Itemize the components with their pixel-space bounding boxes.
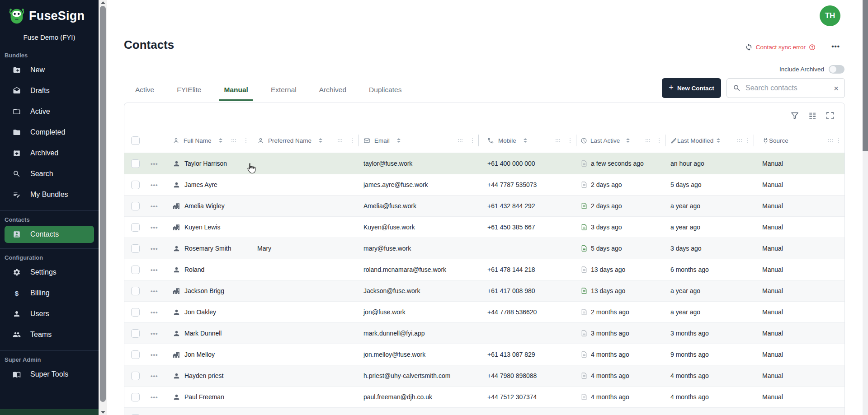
search-contacts-input[interactable] <box>745 84 829 92</box>
row-menu-button[interactable]: ••• <box>151 203 158 210</box>
include-archived-toggle[interactable] <box>829 65 844 74</box>
row-menu-button[interactable]: ••• <box>151 373 158 379</box>
row-menu-button[interactable]: ••• <box>151 351 158 358</box>
row-menu-button[interactable]: ••• <box>151 224 158 231</box>
row-checkbox[interactable] <box>131 287 140 295</box>
table-row[interactable]: ••• Paul Freeman paul.freeman@djh.co.uk … <box>124 386 844 407</box>
sidebar-scrollbar[interactable] <box>99 0 107 415</box>
row-menu-button[interactable]: ••• <box>151 330 158 337</box>
row-menu-button[interactable]: ••• <box>151 394 158 401</box>
column-header-last-modified[interactable]: Last Modified <box>665 128 754 153</box>
sort-arrows-icon[interactable] <box>626 138 630 143</box>
expand-icon[interactable] <box>826 111 835 120</box>
filter-icon[interactable] <box>790 111 799 120</box>
column-header-preferred-name[interactable]: Preferred Name <box>252 128 358 153</box>
column-header-last-active[interactable]: Last Active <box>576 128 665 153</box>
tab-archived[interactable]: Archived <box>315 86 351 101</box>
sidebar-item-active[interactable]: Active <box>0 101 99 122</box>
sort-arrows-icon[interactable] <box>319 138 322 143</box>
list-view-icon[interactable] <box>808 111 817 120</box>
sidebar-scrollbar-thumb[interactable] <box>100 6 106 402</box>
table-row[interactable]: ••• James Ayre james.ayre@fuse.work +44 … <box>124 174 844 195</box>
row-menu-button[interactable]: ••• <box>151 245 158 252</box>
tab-manual[interactable]: Manual <box>219 86 252 101</box>
help-circle-icon[interactable] <box>809 44 816 51</box>
sidebar-item-billing[interactable]: $Billing <box>0 283 99 303</box>
sidebar-item-super-tools[interactable]: Super Tools <box>0 364 99 385</box>
table-row[interactable]: ••• Taylor Harrison taylor@fuse.work +61… <box>124 153 844 174</box>
sidebar-item-contacts[interactable]: Contacts <box>5 226 94 243</box>
row-checkbox[interactable] <box>131 308 140 317</box>
table-row[interactable]: ••• Jon Oakley jon@fuse.work +44 7788 53… <box>124 301 844 322</box>
column-menu-icon[interactable] <box>659 138 660 144</box>
sort-arrows-icon[interactable] <box>397 138 401 143</box>
sort-arrows-icon[interactable] <box>219 138 222 143</box>
column-menu-icon[interactable] <box>245 138 247 144</box>
table-row[interactable]: ••• <box>124 407 844 415</box>
new-contact-button[interactable]: + New Contact <box>662 78 721 98</box>
sidebar-item-search[interactable]: Search <box>0 163 99 184</box>
user-avatar[interactable]: TH <box>820 5 840 26</box>
sidebar-item-completed[interactable]: Completed <box>0 122 99 143</box>
row-menu-button[interactable]: ••• <box>151 288 158 294</box>
column-drag-handle-icon[interactable] <box>646 139 650 142</box>
column-drag-handle-icon[interactable] <box>231 139 236 142</box>
column-menu-icon[interactable] <box>570 138 571 144</box>
app-logo[interactable]: FuseSign <box>0 0 99 26</box>
sidebar-item-users[interactable]: Users <box>0 303 99 324</box>
sidebar-item-new[interactable]: New <box>0 60 99 80</box>
column-header-mobile[interactable]: Mobile <box>478 128 576 153</box>
sidebar-item-archived[interactable]: Archived <box>0 143 99 163</box>
column-menu-icon[interactable] <box>472 138 473 144</box>
table-row[interactable]: ••• Roland roland.mcnamara@fuse.work +61… <box>124 259 844 280</box>
sidebar-item-teams[interactable]: Teams <box>0 324 99 345</box>
table-row[interactable]: ••• Mark Dunnell mark.dunnell@fyi.app 3 … <box>124 322 844 344</box>
table-row[interactable]: ••• Kuyen Lewis Kuyen@fuse.work +61 450 … <box>124 216 844 238</box>
row-checkbox[interactable] <box>131 329 140 338</box>
row-checkbox[interactable] <box>131 159 140 168</box>
tab-fyielite[interactable]: FYIElite <box>172 86 206 101</box>
tab-external[interactable]: External <box>266 86 301 101</box>
table-row[interactable]: ••• Rosemary Smith Mary mary@fuse.work 5… <box>124 238 844 259</box>
row-checkbox[interactable] <box>131 266 140 274</box>
sidebar-item-settings[interactable]: Settings <box>0 262 99 283</box>
row-checkbox[interactable] <box>131 202 140 210</box>
row-checkbox[interactable] <box>131 244 140 253</box>
column-drag-handle-icon[interactable] <box>458 139 462 142</box>
sort-arrows-icon[interactable] <box>524 138 527 143</box>
select-all-checkbox[interactable] <box>131 136 140 145</box>
table-row[interactable]: ••• Jackson Brigg Jackson@fuse.work +61 … <box>124 280 844 301</box>
column-header-source[interactable]: Source <box>754 128 844 153</box>
window-scrollbar-thumb[interactable] <box>863 0 868 151</box>
scroll-down-arrow[interactable] <box>101 411 105 414</box>
column-drag-handle-icon[interactable] <box>556 139 560 142</box>
column-drag-handle-icon[interactable] <box>737 139 742 142</box>
window-scrollbar[interactable] <box>863 0 868 415</box>
table-row[interactable]: ••• Hayden priest h.priest@uhy-calvertsm… <box>124 365 844 386</box>
row-checkbox[interactable] <box>131 372 140 380</box>
sort-arrows-icon[interactable] <box>717 138 720 143</box>
column-menu-icon[interactable] <box>352 138 353 144</box>
sidebar-item-drafts[interactable]: Drafts <box>0 80 99 101</box>
row-checkbox[interactable] <box>131 223 140 232</box>
table-row[interactable]: ••• Amelia Wigley Amelia@fuse.work +61 4… <box>124 195 844 216</box>
row-checkbox[interactable] <box>131 181 140 189</box>
column-drag-handle-icon[interactable] <box>828 139 833 142</box>
tab-duplicates[interactable]: Duplicates <box>364 86 406 101</box>
sidebar-item-my-bundles[interactable]: My Bundles <box>0 184 99 205</box>
column-menu-icon[interactable] <box>838 138 840 144</box>
column-menu-icon[interactable] <box>747 138 749 144</box>
scroll-up-arrow[interactable] <box>101 1 105 4</box>
row-menu-button[interactable]: ••• <box>151 182 158 188</box>
clear-search-icon[interactable]: × <box>834 84 839 93</box>
contact-sync-error[interactable]: Contact sync error <box>745 43 816 51</box>
tab-active[interactable]: Active <box>131 86 159 101</box>
page-menu-button[interactable]: ••• <box>831 42 840 50</box>
column-header-full-name[interactable]: Full Name <box>167 128 252 153</box>
row-checkbox[interactable] <box>131 393 140 401</box>
row-checkbox[interactable] <box>131 350 140 359</box>
row-menu-button[interactable]: ••• <box>151 160 158 167</box>
row-menu-button[interactable]: ••• <box>151 266 158 273</box>
column-header-email[interactable]: Email <box>358 128 478 153</box>
column-drag-handle-icon[interactable] <box>338 139 342 142</box>
